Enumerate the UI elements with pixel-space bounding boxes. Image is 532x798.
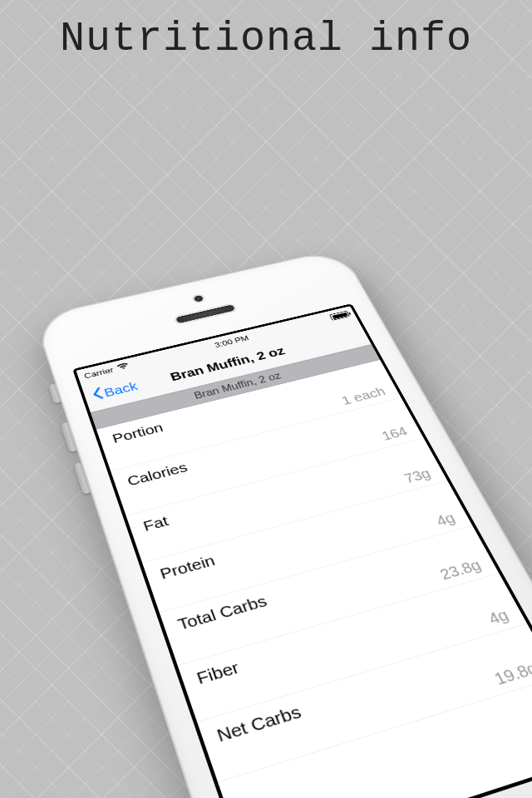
wifi-icon [116,362,130,372]
row-value: 19.8g [224,659,532,772]
screen-bezel: Carrier 3:00 PM Ba [72,303,532,798]
list-item: Net Carbs 19.8g [197,624,532,783]
list-item: Total Carbs 23.8g [160,526,499,667]
nutrition-list[interactable]: Portion 1 each Calories 164 Fat 73g Pr [96,360,532,783]
earpiece-speaker [175,304,235,323]
battery-icon [329,311,350,321]
phone-mockup: Carrier 3:00 PM Ba [33,248,532,798]
phone-body: Carrier 3:00 PM Ba [33,248,532,798]
row-label: Net Carbs [214,635,529,746]
screen: Carrier 3:00 PM Ba [76,306,532,798]
row-label: Total Carbs [175,535,473,633]
list-item: Fiber 4g [178,574,527,722]
front-camera [193,295,204,303]
row-value: 4g [203,606,512,712]
phone-stage: Carrier 3:00 PM Ba [0,0,532,798]
row-value: 23.8g [184,557,485,657]
back-label: Back [102,380,139,400]
row-label: Fiber [195,584,500,687]
